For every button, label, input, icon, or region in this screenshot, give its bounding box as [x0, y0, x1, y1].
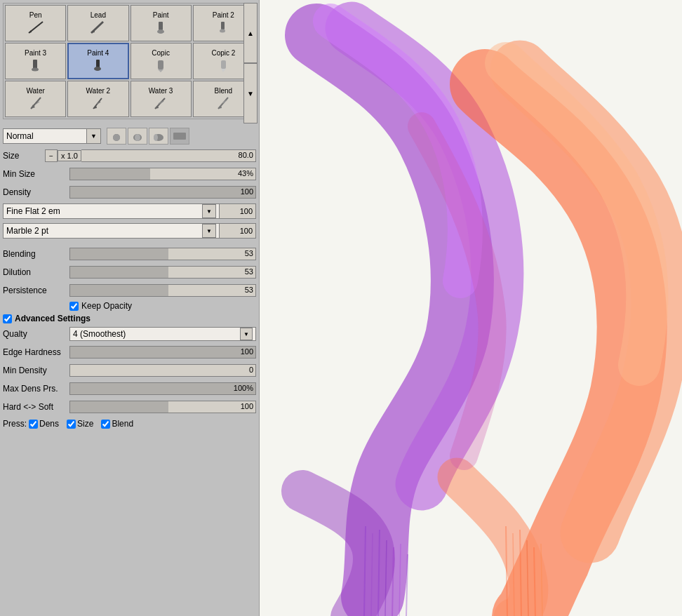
texture2-value: 100 — [220, 223, 256, 239]
texture2-arrow[interactable]: ▼ — [202, 224, 216, 238]
brush-shape-4[interactable] — [170, 128, 189, 145]
brush-paint[interactable]: Paint — [131, 5, 192, 41]
svg-point-7 — [220, 29, 225, 33]
svg-point-5 — [157, 29, 164, 34]
advanced-settings-label: Advanced Settings — [15, 314, 91, 323]
density-slider[interactable]: 100 — [69, 185, 256, 199]
press-blend-label: Blend — [101, 419, 135, 429]
water3-icon — [149, 95, 172, 111]
press-dens-checkbox[interactable] — [29, 420, 38, 429]
texture1-arrow[interactable]: ▼ — [202, 204, 216, 218]
svg-point-33 — [154, 134, 158, 141]
scroll-up-button[interactable]: ▲ — [243, 3, 258, 63]
svg-point-11 — [94, 67, 101, 71]
press-size-label: Size — [67, 419, 95, 429]
persistence-row: Persistence 53 — [3, 283, 256, 298]
brush-shape-2[interactable] — [128, 128, 147, 145]
paint-icon — [149, 20, 172, 35]
blend-icon — [212, 95, 234, 111]
size-minus-button[interactable]: − — [45, 149, 58, 162]
advanced-settings-row: Advanced Settings — [3, 314, 256, 323]
keep-opacity-row: Keep Opacity — [69, 301, 256, 311]
water2-icon — [87, 95, 109, 111]
brush-lead[interactable]: Lead — [67, 5, 128, 41]
press-size-checkbox[interactable] — [67, 420, 76, 429]
min-size-slider[interactable]: 43% — [69, 167, 256, 181]
blend-mode-row: Normal ▼ — [3, 128, 256, 145]
svg-rect-6 — [221, 22, 225, 29]
hard-soft-row: Hard <-> Soft 100 — [3, 399, 256, 415]
edge-hardness-row: Edge Hardness 100 — [3, 344, 256, 360]
lead-icon — [87, 20, 109, 35]
paint2-icon — [212, 20, 234, 35]
brush-water3[interactable]: Water 3 — [131, 81, 192, 117]
blending-slider[interactable]: 53 — [69, 247, 256, 261]
texture1-row: Fine Flat 2 em ▼ 100 — [3, 203, 256, 220]
density-row: Density 100 — [3, 185, 256, 200]
quality-arrow[interactable]: ▼ — [240, 328, 253, 340]
scroll-down-button[interactable]: ▼ — [243, 63, 258, 123]
texture2-dropdown[interactable]: Marble 2 pt ▼ — [3, 223, 220, 239]
brush-pen[interactable]: Pen — [5, 5, 66, 41]
brush-shape-1[interactable] — [107, 128, 126, 145]
min-density-slider[interactable]: 0 — [69, 363, 256, 377]
press-blend-checkbox[interactable] — [101, 420, 110, 429]
size-value-box[interactable]: 80.0 — [81, 149, 256, 162]
texture1-value: 100 — [220, 203, 256, 219]
svg-point-31 — [135, 134, 140, 141]
min-size-row: Min Size 43% — [3, 166, 256, 182]
hard-soft-slider[interactable]: 100 — [69, 400, 256, 414]
min-density-row: Min Density 0 — [3, 363, 256, 378]
paint3-icon — [25, 58, 47, 73]
keep-opacity-checkbox[interactable] — [69, 302, 79, 311]
svg-rect-14 — [221, 60, 226, 69]
max-dens-row: Max Dens Prs. 100% — [3, 381, 256, 396]
press-row: Press: Dens Size Blend — [3, 419, 256, 429]
svg-marker-13 — [158, 69, 163, 72]
brush-paint3[interactable]: Paint 3 — [5, 43, 66, 79]
max-dens-slider[interactable]: 100% — [69, 382, 256, 396]
dilution-slider[interactable]: 53 — [69, 265, 256, 279]
texture1-dropdown[interactable]: Fine Flat 2 em ▼ — [3, 203, 220, 219]
pen-icon — [25, 20, 47, 35]
brush-paint4[interactable]: Paint 4 — [67, 43, 128, 79]
water-icon — [25, 95, 47, 111]
svg-point-9 — [32, 68, 39, 72]
copic2-icon — [212, 58, 234, 73]
brush-shapes — [107, 128, 189, 145]
size-multiplier: x 1.0 — [58, 150, 81, 161]
keep-opacity-label: Keep Opacity — [81, 301, 132, 311]
blend-mode-arrow[interactable]: ▼ — [87, 128, 101, 144]
svg-rect-8 — [33, 60, 37, 69]
brush-copic[interactable]: Copic — [131, 43, 192, 79]
svg-marker-15 — [221, 69, 226, 72]
dilution-row: Dilution 53 — [3, 265, 256, 280]
brush-shape-3[interactable] — [149, 128, 168, 145]
canvas-svg — [260, 0, 682, 616]
quality-dropdown[interactable]: 4 (Smoothest) ▼ — [69, 327, 256, 341]
blending-row: Blending 53 — [3, 246, 256, 262]
brush-grid: Pen Lead Paint Paint 2 — [3, 3, 256, 119]
paint4-icon — [87, 58, 109, 73]
size-row: Size − x 1.0 80.0 — [3, 148, 256, 163]
edge-hardness-slider[interactable]: 100 — [69, 345, 256, 359]
canvas-area[interactable] — [260, 0, 682, 616]
svg-rect-34 — [173, 133, 186, 140]
persistence-slider[interactable]: 53 — [69, 283, 256, 297]
blend-mode-dropdown[interactable]: Normal ▼ — [3, 128, 101, 144]
quality-row: Qualty 4 (Smoothest) ▼ — [3, 326, 256, 342]
texture2-row: Marble 2 pt ▼ 100 — [3, 222, 256, 239]
brush-water2[interactable]: Water 2 — [67, 81, 128, 117]
copic-icon — [149, 58, 172, 73]
svg-rect-12 — [158, 60, 163, 69]
press-dens-label: Dens — [29, 419, 61, 429]
brush-water[interactable]: Water — [5, 81, 66, 117]
advanced-settings-checkbox[interactable] — [3, 314, 12, 323]
svg-point-29 — [113, 134, 120, 141]
svg-rect-4 — [159, 22, 163, 30]
